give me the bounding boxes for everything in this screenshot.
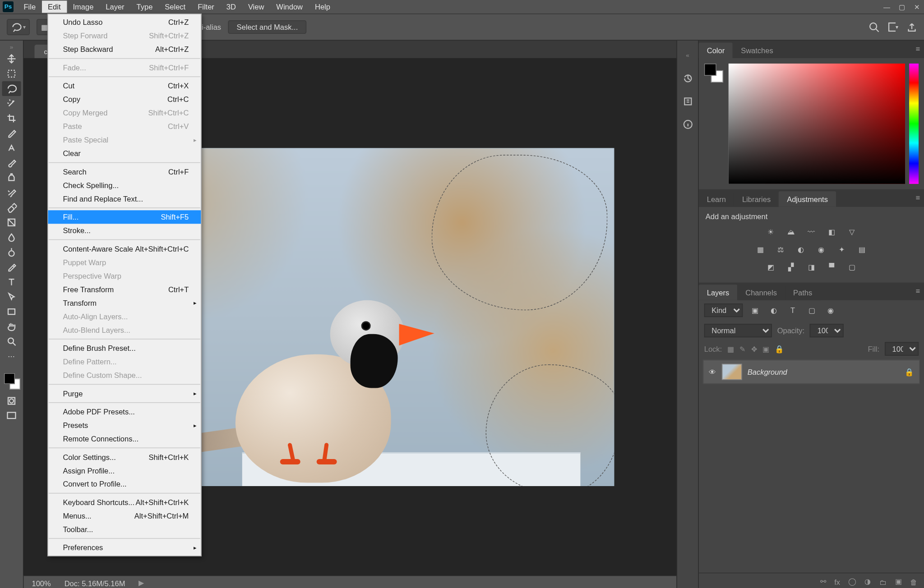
menuitem-cut[interactable]: CutCtrl+X (48, 79, 201, 92)
blend-mode-select[interactable]: Normal (704, 324, 772, 337)
filter-adj-icon[interactable]: ◐ (767, 304, 781, 317)
menuitem-free-transform[interactable]: Free TransformCtrl+T (48, 283, 201, 296)
properties-icon[interactable] (681, 95, 694, 108)
gradient-map-icon[interactable]: ▀ (825, 261, 838, 273)
menuitem-toolbar[interactable]: Toolbar... (48, 523, 201, 536)
tab-paths[interactable]: Paths (785, 285, 820, 300)
color-lookup-icon[interactable]: ▤ (855, 243, 869, 256)
menuitem-copy[interactable]: CopyCtrl+C (48, 92, 201, 106)
tool-path-select[interactable] (2, 289, 21, 304)
lock-all-icon[interactable]: 🔒 (775, 345, 784, 353)
screen-mode[interactable] (2, 409, 21, 423)
menuitem-color-settings[interactable]: Color Settings...Shift+Ctrl+K (48, 450, 201, 464)
color-foreground-background[interactable] (704, 64, 725, 84)
maximize-button[interactable]: ▢ (894, 1, 909, 12)
more-tools[interactable]: ⋯ (2, 349, 21, 364)
layer-thumbnail[interactable] (722, 364, 742, 380)
fx-icon[interactable]: fx (834, 578, 840, 586)
menuitem-convert-to-profile[interactable]: Convert to Profile... (48, 478, 201, 491)
tab-adjustments[interactable]: Adjustments (779, 191, 836, 207)
tab-learn[interactable]: Learn (699, 191, 734, 207)
menu-view[interactable]: View (242, 0, 270, 13)
menuitem-assign-profile[interactable]: Assign Profile... (48, 464, 201, 478)
menu-file[interactable]: File (18, 0, 42, 13)
curves-icon[interactable]: 〰 (804, 226, 818, 238)
layer-row[interactable]: 👁 Background 🔒 (703, 360, 920, 384)
filter-pixel-icon[interactable]: ▣ (748, 304, 762, 317)
panel-menu-icon[interactable]: ≡ (915, 193, 920, 202)
tool-move[interactable] (2, 51, 21, 66)
filter-shape-icon[interactable]: ▢ (805, 304, 818, 317)
tool-blur[interactable] (2, 230, 21, 245)
menu-filter[interactable]: Filter (192, 0, 221, 13)
bw-icon[interactable]: ◐ (795, 243, 808, 256)
menu-3d[interactable]: 3D (220, 0, 242, 13)
menu-help[interactable]: Help (309, 0, 337, 13)
fill-input[interactable]: 100% (885, 342, 919, 356)
workspace-switcher-icon[interactable]: ▾ (887, 22, 898, 32)
menuitem-check-spelling[interactable]: Check Spelling... (48, 179, 201, 192)
tool-brush[interactable] (2, 156, 21, 170)
info-icon[interactable] (681, 118, 694, 131)
tool-history-brush[interactable] (2, 185, 21, 200)
tool-lasso[interactable] (2, 81, 21, 96)
status-menu[interactable]: ▶ (139, 579, 144, 587)
tab-channels[interactable]: Channels (737, 285, 785, 300)
invert-icon[interactable]: ◩ (764, 261, 777, 273)
menuitem-step-backward[interactable]: Step BackwardAlt+Ctrl+Z (48, 42, 201, 56)
minimize-button[interactable]: — (879, 1, 894, 12)
tool-eyedropper[interactable] (2, 126, 21, 141)
menuitem-find-and-replace-text[interactable]: Find and Replace Text... (48, 192, 201, 206)
menuitem-define-brush-preset[interactable]: Define Brush Preset... (48, 341, 201, 355)
menu-select[interactable]: Select (159, 0, 192, 13)
tool-rect-marquee[interactable] (2, 66, 21, 81)
menuitem-adobe-pdf-presets[interactable]: Adobe PDF Presets... (48, 405, 201, 418)
hue-sat-icon[interactable]: ▦ (754, 243, 767, 256)
tab-color[interactable]: Color (699, 42, 733, 58)
active-tool-preset[interactable]: ▾ (7, 19, 30, 35)
share-icon[interactable] (906, 22, 917, 32)
lock-paint-icon[interactable]: ✎ (739, 345, 745, 353)
fill-adj-icon[interactable]: ◑ (864, 577, 871, 586)
tool-healing[interactable] (2, 141, 21, 156)
lock-nest-icon[interactable]: ▣ (762, 345, 769, 353)
menu-window[interactable]: Window (270, 0, 309, 13)
zoom-level[interactable]: 100% (32, 579, 51, 587)
lock-pos-icon[interactable]: ✥ (751, 345, 757, 353)
menuitem-preferences[interactable]: Preferences (48, 541, 201, 554)
tab-layers[interactable]: Layers (699, 285, 738, 300)
menu-layer[interactable]: Layer (100, 0, 130, 13)
channel-mixer-icon[interactable]: ✦ (835, 243, 849, 256)
new-layer-icon[interactable]: ▣ (895, 577, 902, 586)
selective-color-icon[interactable]: ▢ (845, 261, 859, 273)
mask-icon[interactable]: ◯ (848, 577, 856, 586)
tab-swatches[interactable]: Swatches (733, 42, 781, 58)
tool-hand[interactable] (2, 319, 21, 334)
tab-libraries[interactable]: Libraries (734, 191, 779, 207)
tool-gradient[interactable] (2, 215, 21, 230)
panel-menu-icon[interactable]: ≡ (915, 287, 920, 295)
tool-zoom[interactable] (2, 334, 21, 349)
menu-type[interactable]: Type (130, 0, 159, 13)
tool-type[interactable] (2, 275, 21, 289)
group-icon[interactable]: 🗀 (879, 578, 887, 586)
select-and-mask-button[interactable]: Select and Mask... (228, 20, 307, 34)
link-icon[interactable]: ⚯ (820, 577, 826, 586)
menuitem-fill[interactable]: Fill...Shift+F5 (48, 210, 201, 224)
color-swatch[interactable] (3, 372, 20, 390)
opacity-input[interactable]: 100% (810, 324, 844, 337)
layer-name[interactable]: Background (748, 368, 787, 376)
tool-rectangle[interactable] (2, 304, 21, 319)
filter-kind-select[interactable]: Kind (704, 303, 743, 317)
tool-dodge[interactable] (2, 245, 21, 260)
delete-icon[interactable]: 🗑 (910, 578, 917, 586)
menuitem-keyboard-shortcuts[interactable]: Keyboard Shortcuts...Alt+Shift+Ctrl+K (48, 496, 201, 509)
color-field[interactable] (729, 64, 905, 184)
lock-trans-icon[interactable]: ▦ (727, 345, 734, 353)
menuitem-purge[interactable]: Purge (48, 387, 201, 400)
menuitem-undo-lasso[interactable]: Undo LassoCtrl+Z (48, 15, 201, 29)
vibrance-icon[interactable]: ▽ (845, 226, 859, 238)
ministrip-collapse[interactable]: « (681, 49, 694, 62)
exposure-icon[interactable]: ◧ (825, 226, 838, 238)
hue-slider[interactable] (909, 64, 919, 184)
